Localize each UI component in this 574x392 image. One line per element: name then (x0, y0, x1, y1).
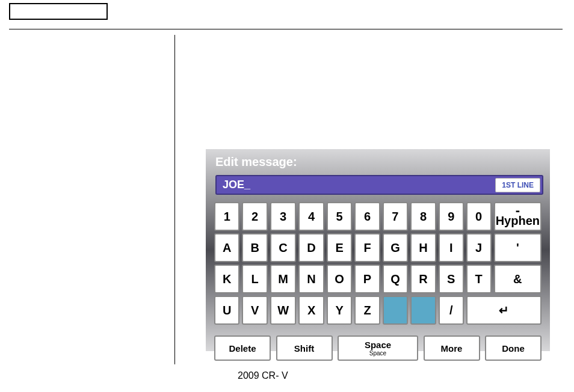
key-i[interactable]: I (439, 233, 464, 262)
key-g[interactable]: G (383, 233, 409, 262)
key-h[interactable]: H (410, 233, 436, 262)
key-c[interactable]: C (270, 233, 297, 262)
key-9[interactable]: 9 (439, 202, 464, 231)
bottom-row: Delete Shift Space Space More Done (206, 332, 550, 364)
line-badge[interactable]: 1ST LINE (495, 178, 540, 192)
key-5[interactable]: 5 (327, 202, 353, 231)
message-input[interactable]: JOE_ (215, 175, 543, 195)
key-u[interactable]: U (214, 296, 239, 325)
key-enter[interactable]: ↵ (466, 296, 542, 325)
key-e[interactable]: E (327, 233, 353, 262)
key-3[interactable]: 3 (270, 202, 297, 231)
key-7[interactable]: 7 (383, 202, 409, 231)
shift-button[interactable]: Shift (276, 335, 333, 361)
top-empty-box (9, 3, 108, 20)
key-f[interactable]: F (354, 233, 380, 262)
key-y[interactable]: Y (327, 296, 353, 325)
key-t[interactable]: T (466, 265, 492, 293)
hyphen-label: Hyphen (496, 214, 540, 227)
key-0[interactable]: 0 (466, 202, 492, 231)
key-k[interactable]: K (214, 265, 239, 293)
key-6[interactable]: 6 (354, 202, 380, 231)
key-w[interactable]: W (270, 296, 297, 325)
key-v[interactable]: V (242, 296, 267, 325)
input-row: JOE_ 1ST LINE (206, 175, 550, 195)
key-slash[interactable]: / (439, 296, 464, 325)
space-sublabel: Space (339, 350, 417, 357)
keyboard-panel: Edit message: JOE_ 1ST LINE 1 2 3 4 5 6 … (206, 149, 550, 351)
key-n[interactable]: N (298, 265, 324, 293)
key-x[interactable]: X (298, 296, 324, 325)
key-l[interactable]: L (242, 265, 267, 293)
key-p[interactable]: P (354, 265, 380, 293)
key-ampersand[interactable]: & (494, 265, 542, 293)
key-a[interactable]: A (214, 233, 239, 262)
key-grid: 1 2 3 4 5 6 7 8 9 0 - Hyphen A B C D E F… (212, 200, 544, 327)
key-blank-2[interactable] (410, 296, 436, 325)
key-o[interactable]: O (327, 265, 353, 293)
key-4[interactable]: 4 (298, 202, 324, 231)
key-j[interactable]: J (466, 233, 492, 262)
key-hyphen[interactable]: - Hyphen (494, 202, 542, 231)
horizontal-divider (9, 29, 563, 29)
edit-message-title: Edit message: (206, 149, 550, 175)
key-apostrophe[interactable]: ' (494, 233, 542, 262)
done-button[interactable]: Done (485, 335, 542, 361)
more-button[interactable]: More (424, 335, 480, 361)
key-8[interactable]: 8 (410, 202, 436, 231)
delete-button[interactable]: Delete (214, 335, 271, 361)
key-blank-1[interactable] (383, 296, 409, 325)
key-2[interactable]: 2 (242, 202, 267, 231)
footer-text: 2009 CR- V (238, 370, 288, 381)
space-button[interactable]: Space Space (338, 335, 418, 361)
key-m[interactable]: M (270, 265, 297, 293)
key-1[interactable]: 1 (214, 202, 239, 231)
key-q[interactable]: Q (383, 265, 409, 293)
key-b[interactable]: B (242, 233, 267, 262)
key-z[interactable]: Z (354, 296, 380, 325)
key-r[interactable]: R (410, 265, 436, 293)
key-s[interactable]: S (439, 265, 464, 293)
key-d[interactable]: D (298, 233, 324, 262)
vertical-divider (174, 35, 175, 364)
space-label: Space (339, 340, 417, 350)
